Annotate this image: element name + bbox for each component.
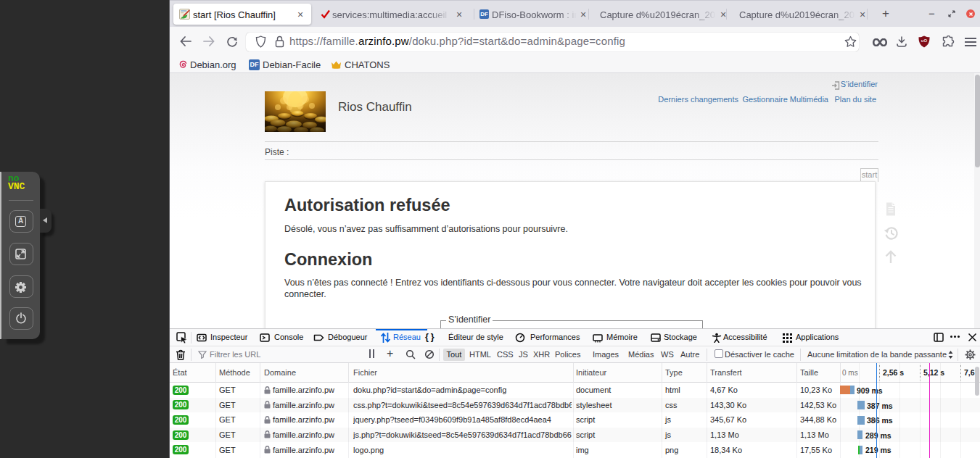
svg-text:uO: uO	[921, 38, 928, 43]
